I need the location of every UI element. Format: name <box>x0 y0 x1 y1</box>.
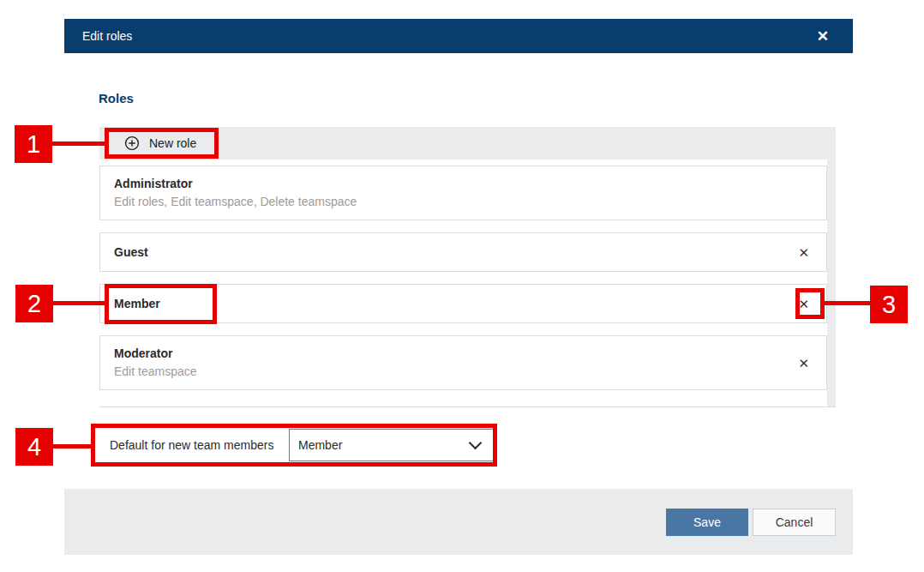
close-icon[interactable]: ✕ <box>817 29 829 44</box>
plus-circle-icon <box>124 135 140 151</box>
roles-section-label: Roles <box>99 91 134 105</box>
callout-3-badge: 3 <box>870 286 908 323</box>
dialog-header: Edit roles ✕ <box>64 19 853 53</box>
default-role-selected-value: Member <box>298 438 342 452</box>
role-name: Administrator <box>114 177 357 191</box>
role-permissions: Edit teamspace <box>114 364 197 379</box>
callout-4-line <box>53 444 91 449</box>
callout-2-badge: 2 <box>15 285 53 322</box>
roles-list: Administrator Edit roles, Edit teamspace… <box>99 160 836 407</box>
roles-panel-header: New role <box>99 127 836 160</box>
role-permissions: Edit roles, Edit teamspace, Delete teams… <box>114 195 357 209</box>
callout-1-line <box>52 141 105 146</box>
role-card-administrator: Administrator Edit roles, Edit teamspace… <box>99 166 827 220</box>
save-button[interactable]: Save <box>666 509 748 536</box>
role-name: Moderator <box>114 346 197 361</box>
chevron-down-icon <box>469 437 483 450</box>
callout-3-line <box>825 301 870 305</box>
dialog-title: Edit roles <box>82 29 132 43</box>
delete-role-icon[interactable]: ✕ <box>798 246 809 259</box>
cancel-button[interactable]: Cancel <box>753 509 836 536</box>
scrollbar-track[interactable] <box>827 160 836 406</box>
callout-2-line <box>53 301 105 305</box>
role-name: Guest <box>114 245 148 260</box>
role-card-guest: Guest ✕ <box>99 232 827 272</box>
role-card-moderator: Moderator Edit teamspace ✕ <box>99 335 827 390</box>
delete-role-icon[interactable]: ✕ <box>798 298 809 310</box>
new-role-button[interactable]: New role <box>124 135 196 151</box>
role-name: Member <box>114 297 160 311</box>
roles-panel: New role Administrator Edit roles, Edit … <box>99 127 836 407</box>
role-card-member: Member ✕ <box>99 284 827 323</box>
default-role-label: Default for new team members <box>110 438 273 452</box>
new-role-label: New role <box>149 136 196 150</box>
delete-role-icon[interactable]: ✕ <box>798 357 809 370</box>
callout-4-badge: 4 <box>15 428 53 466</box>
default-role-select[interactable]: Member <box>289 429 495 461</box>
callout-1-badge: 1 <box>15 125 52 163</box>
dialog-footer: Save Cancel <box>64 489 853 555</box>
